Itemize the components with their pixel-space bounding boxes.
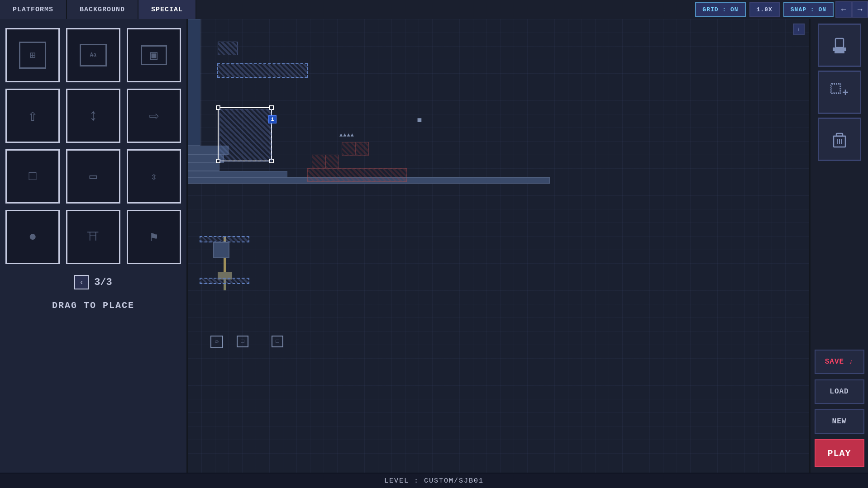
zoom-control[interactable]: 1.0X bbox=[749, 2, 780, 17]
spikes-1: ▲▲▲▲ bbox=[339, 132, 354, 138]
platform-small-box[interactable] bbox=[213, 242, 229, 258]
hazard-tile-row[interactable] bbox=[307, 168, 407, 182]
tile-arrow-vert[interactable]: ↕ bbox=[66, 89, 120, 143]
info-icon-selected[interactable]: i bbox=[268, 115, 277, 123]
canvas-info-button[interactable]: ⁝ bbox=[793, 24, 805, 35]
status-bar: LEVEL : CUSTOM/SJB01 bbox=[0, 473, 868, 488]
char-2[interactable]: □ bbox=[237, 336, 248, 347]
hazard-tile-1[interactable] bbox=[312, 155, 325, 168]
tab-platforms[interactable]: PLATFORMS bbox=[0, 0, 67, 19]
left-panel: Aa ⇧ ↕ ⇨ bbox=[0, 19, 188, 473]
platform-stair-3[interactable] bbox=[188, 163, 219, 171]
canvas-area[interactable]: i ▲▲▲▲ bbox=[188, 19, 809, 473]
right-panel: SAVE ♪ LOAD NEW PLAY bbox=[809, 19, 868, 473]
selected-platform-content bbox=[219, 109, 272, 161]
hazard-tile-2[interactable] bbox=[325, 155, 339, 168]
tile-small-sq[interactable]: □ bbox=[5, 149, 60, 204]
platform-top-selected[interactable] bbox=[217, 63, 308, 78]
nav-back-button[interactable]: ← bbox=[835, 1, 852, 18]
level-label: LEVEL : CUSTOM/SJB01 bbox=[384, 477, 484, 485]
platform-small-top[interactable] bbox=[218, 42, 238, 55]
selection-box[interactable]: i bbox=[218, 107, 272, 161]
tile-arrow-up[interactable]: ⇧ bbox=[5, 89, 60, 143]
platform-bottom-1[interactable] bbox=[200, 236, 249, 242]
page-prev-button[interactable]: ‹ bbox=[74, 275, 89, 289]
vertical-platform[interactable] bbox=[188, 19, 200, 146]
tile-key[interactable]: ⛩ bbox=[66, 210, 120, 264]
pagination: ‹ 3/3 bbox=[74, 275, 112, 289]
svg-rect-1 bbox=[835, 38, 844, 47]
svg-rect-9 bbox=[836, 133, 843, 136]
tile-coin[interactable]: ● bbox=[5, 210, 60, 264]
new-button[interactable]: NEW bbox=[815, 409, 864, 434]
load-button[interactable]: LOAD bbox=[815, 379, 864, 404]
svg-rect-3 bbox=[831, 84, 841, 94]
tile-monitor[interactable] bbox=[127, 28, 181, 82]
tile-lever[interactable]: ⇳ bbox=[127, 149, 181, 204]
enemy-obj[interactable]: ■ bbox=[413, 114, 426, 127]
platform-bottom-2[interactable] bbox=[200, 278, 249, 284]
tile-gate[interactable]: ▭ bbox=[66, 149, 120, 204]
char-1[interactable]: ☺ bbox=[210, 336, 223, 348]
main-layout: Aa ⇧ ↕ ⇨ bbox=[0, 19, 868, 473]
char-3[interactable]: □ bbox=[272, 336, 283, 347]
drag-hint: DRAG TO PLACE bbox=[52, 300, 134, 311]
tab-background[interactable]: BACKGROUND bbox=[67, 0, 138, 19]
hazard-3[interactable] bbox=[342, 142, 355, 156]
svg-rect-2 bbox=[835, 51, 844, 53]
snap-toggle[interactable]: SNAP : ON bbox=[783, 2, 834, 17]
save-button[interactable]: SAVE ♪ bbox=[815, 350, 864, 374]
page-label: 3/3 bbox=[94, 277, 112, 288]
nav-forward-button[interactable]: → bbox=[852, 1, 868, 18]
tile-spawn[interactable] bbox=[5, 28, 60, 82]
add-selection-tool-button[interactable] bbox=[818, 71, 861, 114]
top-bar: PLATFORMS BACKGROUND SPECIAL GRID : ON 1… bbox=[0, 0, 868, 19]
tile-text[interactable]: Aa bbox=[66, 28, 120, 82]
tab-special[interactable]: SPECIAL bbox=[138, 0, 196, 19]
tile-arrow-right[interactable]: ⇨ bbox=[127, 89, 181, 143]
delete-tool-button[interactable] bbox=[818, 118, 861, 161]
platform-bottom-long[interactable] bbox=[188, 171, 287, 177]
tile-flag[interactable]: ⚑ bbox=[127, 210, 181, 264]
game-canvas[interactable]: i ▲▲▲▲ bbox=[188, 19, 809, 473]
grid-toggle[interactable]: GRID : ON bbox=[695, 2, 745, 17]
svg-rect-4 bbox=[832, 85, 840, 93]
hazard-4[interactable] bbox=[355, 142, 369, 156]
tile-grid: Aa ⇧ ↕ ⇨ bbox=[5, 28, 181, 264]
play-button[interactable]: PLAY bbox=[815, 439, 864, 467]
stamp-tool-button[interactable] bbox=[818, 24, 861, 67]
